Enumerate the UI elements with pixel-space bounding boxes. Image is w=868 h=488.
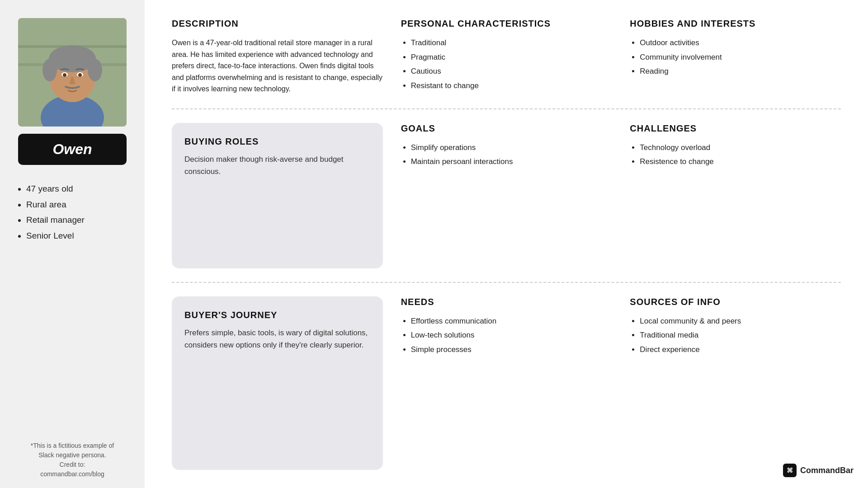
needs-title: NEEDS: [401, 296, 612, 307]
sources-section: SOURCES OF INFO Local community & and pe…: [630, 296, 841, 358]
personal-characteristics-list: TraditionalPragmaticCautiousResistant to…: [401, 37, 612, 91]
buying-roles-title: BUYING ROLES: [184, 136, 370, 147]
challenge-item: Technology overload: [640, 142, 841, 154]
challenge-item: Resistence to change: [640, 156, 841, 168]
buyers-journey-title: BUYER'S JOURNEY: [184, 310, 370, 320]
sidebar-fact-item: 47 years old: [26, 183, 131, 195]
hobby-item: Reading: [640, 66, 841, 77]
bottom-row: BUYER'S JOURNEY Prefers simple, basic to…: [172, 296, 841, 470]
commandbar-logo: ⌘ CommandBar: [783, 464, 854, 477]
sources-title: SOURCES OF INFO: [630, 296, 841, 307]
sidebar-facts-list: 47 years oldRural areaRetail managerSeni…: [14, 183, 131, 245]
main-content: DESCRIPTION Owen is a 47-year-old tradit…: [145, 0, 868, 488]
sidebar: Owen 47 years oldRural areaRetail manage…: [0, 0, 145, 488]
buying-roles-card: BUYING ROLES Decision maker though risk-…: [172, 123, 383, 268]
description-section: DESCRIPTION Owen is a 47-year-old tradit…: [172, 18, 383, 95]
challenges-title: CHALLENGES: [630, 123, 841, 134]
goals-list: Simplify operationsMaintain persoanl int…: [401, 142, 612, 168]
source-item: Local community & and peers: [640, 315, 841, 327]
goals-section: GOALS Simplify operationsMaintain persoa…: [401, 123, 612, 170]
svg-point-11: [63, 73, 66, 77]
need-item: Simple processes: [411, 344, 612, 356]
persona-name: Owen: [52, 141, 92, 157]
challenges-list: Technology overloadResistence to change: [630, 142, 841, 168]
buying-roles-body: Decision maker though risk-averse and bu…: [184, 153, 370, 178]
avatar: [18, 18, 127, 127]
personal-characteristics-section: PERSONAL CHARACTERISTICS TraditionalPrag…: [401, 18, 612, 95]
footnote: *This is a fictitious example ofSlack ne…: [31, 441, 114, 479]
goal-item: Maintain persoanl interactions: [411, 156, 612, 168]
description-title: DESCRIPTION: [172, 18, 383, 29]
goal-item: Simplify operations: [411, 142, 612, 154]
sidebar-fact-item: Rural area: [26, 199, 131, 211]
hobbies-list: Outdoor activitiesCommunity involvementR…: [630, 37, 841, 77]
commandbar-icon: ⌘: [783, 464, 797, 477]
middle-row: BUYING ROLES Decision maker though risk-…: [172, 123, 841, 283]
personal-characteristic-item: Resistant to change: [411, 80, 612, 92]
source-item: Traditional media: [640, 329, 841, 341]
needs-section: NEEDS Effortless communicationLow-tech s…: [401, 296, 612, 358]
commandbar-label: CommandBar: [800, 466, 854, 475]
description-body: Owen is a 47-year-old traditional retail…: [172, 37, 383, 95]
need-item: Low-tech solutions: [411, 329, 612, 341]
personal-characteristic-item: Traditional: [411, 37, 612, 49]
buyers-journey-card: BUYER'S JOURNEY Prefers simple, basic to…: [172, 296, 383, 470]
personal-characteristics-title: PERSONAL CHARACTERISTICS: [401, 18, 612, 29]
need-item: Effortless communication: [411, 315, 612, 327]
sidebar-fact-item: Senior Level: [26, 230, 131, 242]
hobby-item: Outdoor activities: [640, 37, 841, 49]
hobbies-title: HOBBIES AND INTERESTS: [630, 18, 841, 29]
svg-point-12: [78, 73, 82, 77]
hobbies-section: HOBBIES AND INTERESTS Outdoor activities…: [630, 18, 841, 95]
challenges-section: CHALLENGES Technology overloadResistence…: [630, 123, 841, 170]
personal-characteristic-item: Cautious: [411, 66, 612, 77]
personal-characteristic-item: Pragmatic: [411, 52, 612, 63]
name-badge: Owen: [18, 134, 127, 165]
needs-list: Effortless communicationLow-tech solutio…: [401, 315, 612, 356]
sidebar-fact-item: Retail manager: [26, 214, 131, 226]
source-item: Direct experience: [640, 344, 841, 356]
svg-point-8: [88, 59, 102, 81]
buyers-journey-body: Prefers simple, basic tools, is wary of …: [184, 327, 370, 351]
sources-list: Local community & and peersTraditional m…: [630, 315, 841, 356]
hobby-item: Community involvement: [640, 52, 841, 63]
top-row: DESCRIPTION Owen is a 47-year-old tradit…: [172, 18, 841, 109]
goals-title: GOALS: [401, 123, 612, 134]
svg-point-7: [42, 59, 57, 81]
